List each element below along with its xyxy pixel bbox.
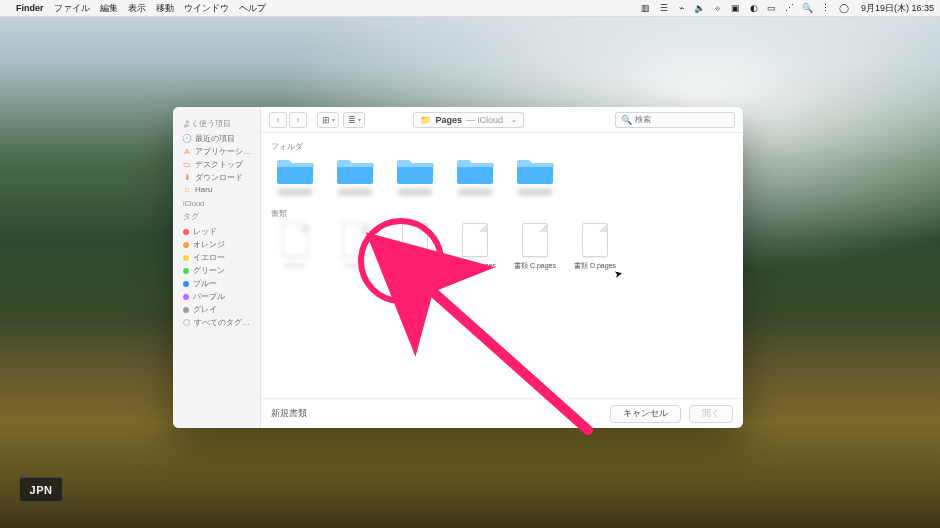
language-badge: JPN xyxy=(19,477,63,502)
dialog-main: ‹ › ⊞▾ ≣▾ 📁 Pages — iCloud ⌄ 🔍 フォルダ 書類 xyxy=(261,107,743,428)
wifi-icon[interactable]: ⋰ xyxy=(785,3,795,13)
section-folders-label: フォルダ xyxy=(271,141,733,152)
folder-name-blurred xyxy=(278,188,312,196)
view-icons-button[interactable]: ⊞▾ xyxy=(317,112,339,128)
battery-icon[interactable]: ▭ xyxy=(767,3,777,13)
document-item[interactable]: 書類 A.pages xyxy=(391,223,439,271)
document-icon xyxy=(282,223,308,257)
open-button[interactable]: 開く xyxy=(689,405,733,423)
group-button[interactable]: ≣▾ xyxy=(343,112,365,128)
folder-name-blurred xyxy=(398,188,432,196)
tag-dot-icon xyxy=(183,268,189,274)
dialog-toolbar: ‹ › ⊞▾ ≣▾ 📁 Pages — iCloud ⌄ 🔍 xyxy=(261,107,743,133)
sidebar-tag-item[interactable]: イエロー xyxy=(183,251,260,264)
folder-item[interactable] xyxy=(271,156,319,196)
cancel-button[interactable]: キャンセル xyxy=(610,405,681,423)
menu-go[interactable]: 移動 xyxy=(156,2,174,15)
sidebar-item-desktop[interactable]: ▭デスクトップ xyxy=(183,158,260,171)
sidebar-tag-item[interactable]: オレンジ xyxy=(183,238,260,251)
document-name-blurred: ——— xyxy=(285,261,306,268)
nav-forward-button[interactable]: › xyxy=(289,112,307,128)
folder-icon xyxy=(335,156,375,186)
menu-file[interactable]: ファイル xyxy=(54,2,90,15)
folder-icon xyxy=(275,156,315,186)
section-docs-label: 書類 xyxy=(271,208,733,219)
document-name: 書類 D.pages xyxy=(574,261,616,271)
bluetooth-icon[interactable]: ⟐ xyxy=(713,3,723,13)
document-item[interactable]: ——— xyxy=(331,223,379,271)
folder-name-blurred xyxy=(338,188,372,196)
siri-icon[interactable]: ◯ xyxy=(839,3,849,13)
search-icon: 🔍 xyxy=(621,115,632,125)
document-icon xyxy=(582,223,608,257)
document-item[interactable]: 書類 D.pages xyxy=(571,223,619,271)
menu-help[interactable]: ヘルプ xyxy=(239,2,266,15)
folder-item[interactable] xyxy=(511,156,559,196)
sidebar-item-recents[interactable]: 🕘最近の項目 xyxy=(183,132,260,145)
search-input[interactable] xyxy=(635,115,729,124)
folder-icon xyxy=(455,156,495,186)
menubar-app-name[interactable]: Finder xyxy=(16,3,44,13)
sidebar-item-applications[interactable]: Aアプリケーシ… xyxy=(183,145,260,158)
status-icon[interactable]: ▥ xyxy=(641,3,651,13)
menubar-status-area: ▥ ☰ ⌁ 🔈 ⟐ ▣ ◐ ▭ ⋰ 🔍 ⋮ ◯ 9月19日(木) 16:35 xyxy=(641,2,934,15)
sidebar-item-all-tags[interactable]: すべてのタグ… xyxy=(183,316,260,329)
open-file-dialog: よく使う項目 🕘最近の項目 Aアプリケーシ… ▭デスクトップ ⬇ダウンロード ⌂… xyxy=(173,107,743,428)
folder-icon xyxy=(515,156,555,186)
dialog-content: フォルダ 書類 ——————書類 A.pages書類 B.pages書類 C.p… xyxy=(261,133,743,398)
tag-dot-icon xyxy=(183,229,189,235)
sidebar-section-tags: タグ xyxy=(183,212,260,222)
sidebar-tag-item[interactable]: グレイ xyxy=(183,303,260,316)
document-name: 書類 B.pages xyxy=(454,261,496,271)
status-icon[interactable]: ⌁ xyxy=(677,3,687,13)
document-item[interactable]: ——— xyxy=(271,223,319,271)
status-icon[interactable]: ☰ xyxy=(659,3,669,13)
screen-icon[interactable]: ▣ xyxy=(731,3,741,13)
folder-name-blurred xyxy=(518,188,552,196)
document-icon xyxy=(462,223,488,257)
sidebar-tag-item[interactable]: ブルー xyxy=(183,277,260,290)
sidebar-item-downloads[interactable]: ⬇ダウンロード xyxy=(183,171,260,184)
sidebar-tag-item[interactable]: パープル xyxy=(183,290,260,303)
search-field[interactable]: 🔍 xyxy=(615,112,735,128)
folder-icon: 📁 xyxy=(420,115,431,125)
nav-back-button[interactable]: ‹ xyxy=(269,112,287,128)
menu-window[interactable]: ウインドウ xyxy=(184,2,229,15)
tag-dot-icon xyxy=(183,255,189,261)
folder-item[interactable] xyxy=(391,156,439,196)
docs-row: ——————書類 A.pages書類 B.pages書類 C.pages書類 D… xyxy=(271,223,733,271)
folder-item[interactable] xyxy=(331,156,379,196)
tag-dot-icon xyxy=(183,307,189,313)
document-item[interactable]: 書類 C.pages xyxy=(511,223,559,271)
document-icon xyxy=(342,223,368,257)
control-icon[interactable]: ⋮ xyxy=(821,3,831,13)
tag-dot-icon xyxy=(183,242,189,248)
dialog-footer: 新規書類 キャンセル 開く xyxy=(261,398,743,428)
menubar: Finder ファイル 編集 表示 移動 ウインドウ ヘルプ ▥ ☰ ⌁ 🔈 ⟐… xyxy=(0,0,940,17)
tag-dot-icon xyxy=(183,281,189,287)
chevron-updown-icon: ⌄ xyxy=(511,116,517,124)
folder-item[interactable] xyxy=(451,156,499,196)
new-document-button[interactable]: 新規書類 xyxy=(271,407,307,420)
tag-dot-icon xyxy=(183,294,189,300)
document-name: 書類 A.pages xyxy=(394,261,436,271)
group-icon: ≣ xyxy=(348,115,356,125)
location-app: Pages xyxy=(435,115,462,125)
folder-name-blurred xyxy=(458,188,492,196)
location-sub: — iCloud xyxy=(466,115,503,125)
document-item[interactable]: 書類 B.pages xyxy=(451,223,499,271)
folder-icon xyxy=(395,156,435,186)
menubar-clock[interactable]: 9月19日(木) 16:35 xyxy=(861,2,934,15)
all-tags-icon xyxy=(183,319,190,326)
sidebar-item-home[interactable]: ⌂Haru xyxy=(183,184,260,195)
user-icon[interactable]: ◐ xyxy=(749,3,759,13)
volume-icon[interactable]: 🔈 xyxy=(695,3,705,13)
sidebar-tag-item[interactable]: レッド xyxy=(183,225,260,238)
location-popup[interactable]: 📁 Pages — iCloud ⌄ xyxy=(413,112,524,128)
menu-view[interactable]: 表示 xyxy=(128,2,146,15)
sidebar-section-favorites: よく使う項目 xyxy=(183,119,260,129)
document-icon xyxy=(522,223,548,257)
menu-edit[interactable]: 編集 xyxy=(100,2,118,15)
spotlight-icon[interactable]: 🔍 xyxy=(803,3,813,13)
sidebar-tag-item[interactable]: グリーン xyxy=(183,264,260,277)
